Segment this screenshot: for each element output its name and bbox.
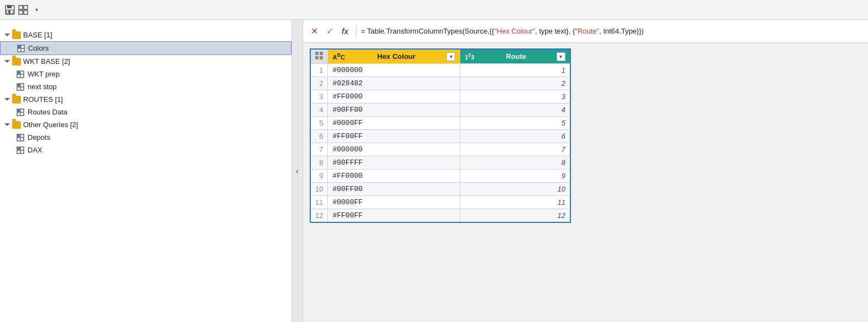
sidebar-item-label: Depots (28, 133, 50, 141)
row-number: 2 (310, 77, 328, 90)
cell-route: 9 (460, 170, 570, 183)
sidebar-item-wktprep[interactable]: WKT prep (0, 68, 292, 80)
svg-rect-7 (24, 10, 28, 14)
row-number: 6 (310, 130, 328, 143)
table-icon (17, 45, 25, 52)
group-label: BASE [1] (23, 31, 52, 39)
fx-button[interactable]: fx (338, 25, 352, 38)
sidebar-group-header[interactable]: Other Queries [2] (0, 118, 292, 131)
col-route-dropdown[interactable]: ▾ (557, 52, 565, 61)
table-row: 5#0000FF5 (310, 117, 570, 130)
sidebar-group-header[interactable]: ROUTES [1] (0, 93, 292, 106)
cell-route: 11 (460, 196, 570, 209)
content-area: ✕ ✓ fx = Table.TransformColumnTypes(Sour… (303, 20, 868, 322)
sidebar-group-base[1]: BASE [1]Colors (0, 29, 292, 55)
row-number: 3 (310, 90, 328, 103)
svg-rect-1 (7, 6, 12, 8)
cell-route: 10 (460, 183, 570, 196)
cell-hex: #000000 (328, 143, 460, 156)
svg-rect-6 (19, 10, 23, 14)
cell-hex: #0000FF (328, 117, 460, 130)
sidebar-item-dax[interactable]: DAX (0, 144, 292, 156)
sidebar-item-nextstop[interactable]: next stop (0, 80, 292, 93)
table-row: 2#0284822 (310, 77, 570, 90)
cell-route: 7 (460, 143, 570, 156)
cell-route: 2 (460, 77, 570, 90)
table-corner[interactable] (310, 49, 328, 64)
sidebar-group-header[interactable]: BASE [1] (0, 29, 292, 41)
table-row: 7#0000007 (310, 143, 570, 156)
sidebar-group-routes[1]: ROUTES [1]Routes Data (0, 93, 292, 118)
folder-icon (12, 58, 21, 66)
sidebar-title (0, 20, 292, 29)
cell-hex: #00FF00 (328, 103, 460, 117)
folder-icon (12, 96, 21, 103)
cell-route: 6 (460, 130, 570, 143)
table-row: 3#FF00003 (310, 90, 570, 103)
svg-rect-11 (320, 56, 323, 59)
sidebar: BASE [1]ColorsWKT BASE [2]WKT prepnext s… (0, 20, 292, 322)
collapse-sidebar-button[interactable]: ‹ (292, 20, 303, 322)
cell-hex: #0000FF (328, 196, 460, 209)
table-row: 10#00FF0010 (310, 183, 570, 196)
table-body: 1#00000012#02848223#FF000034#00FF0045#00… (310, 64, 570, 223)
table-icon (17, 70, 24, 78)
table-row: 6#FF00FF6 (310, 130, 570, 143)
cell-hex: #000000 (328, 64, 460, 77)
svg-rect-8 (315, 52, 319, 55)
table-row: 11#0000FF11 (310, 196, 570, 209)
cell-route: 12 (460, 209, 570, 223)
col-hex-type-icon: ABC (332, 52, 344, 61)
formula-buttons: ✕ ✓ fx (308, 25, 352, 38)
table-row: 1#0000001 (310, 64, 570, 77)
svg-rect-9 (320, 52, 323, 55)
sidebar-item-label: next stop (28, 83, 57, 91)
row-number: 7 (310, 143, 328, 156)
sidebar-item-label: DAX (28, 146, 42, 154)
cell-hex: #FF0000 (328, 90, 460, 103)
folder-icon (12, 31, 21, 39)
toolbar: ▾ (0, 0, 868, 20)
sidebar-item-routesdata[interactable]: Routes Data (0, 106, 292, 118)
col-hex-label: Hex Colour (378, 52, 416, 61)
table-icon (17, 146, 24, 154)
col-header-hex: ABC Hex Colour ▾ (328, 49, 460, 64)
grid-icon[interactable] (18, 4, 29, 15)
svg-rect-5 (24, 6, 28, 9)
sidebar-item-label: Routes Data (28, 108, 67, 116)
expand-triangle-icon (4, 98, 10, 101)
expand-triangle-icon (4, 123, 10, 126)
sidebar-group-header[interactable]: WKT BASE [2] (0, 55, 292, 68)
group-label: WKT BASE [2] (23, 57, 70, 66)
confirm-button[interactable]: ✓ (323, 25, 336, 38)
save-icon[interactable] (4, 4, 15, 15)
cell-hex: #FF00FF (328, 209, 460, 223)
sidebar-item-colors[interactable]: Colors (0, 41, 292, 55)
group-label: ROUTES [1] (23, 95, 63, 103)
cell-route: 5 (460, 117, 570, 130)
row-number: 12 (310, 209, 328, 223)
sidebar-item-depots[interactable]: Depots (0, 131, 292, 144)
toolbar-dropdown-icon[interactable]: ▾ (31, 4, 42, 15)
table-row: 8#00FFFF8 (310, 156, 570, 170)
row-number: 8 (310, 156, 328, 170)
formula-separator (356, 25, 357, 38)
cell-route: 8 (460, 156, 570, 170)
cell-route: 1 (460, 64, 570, 77)
cancel-button[interactable]: ✕ (308, 25, 321, 38)
cell-route: 4 (460, 103, 570, 117)
formula-text: = Table.TransformColumnTypes(Source,{{"H… (361, 27, 644, 35)
data-table: ABC Hex Colour ▾ 123 Route ▾ (310, 48, 571, 223)
table-row: 9#FF00009 (310, 170, 570, 183)
row-number: 1 (310, 64, 328, 77)
row-number: 5 (310, 117, 328, 130)
sidebar-item-label: Colors (28, 44, 49, 52)
col-hex-dropdown[interactable]: ▾ (446, 52, 455, 61)
formula-bar: ✕ ✓ fx = Table.TransformColumnTypes(Sour… (303, 20, 868, 43)
table-icon (17, 108, 24, 116)
table-row: 4#00FF004 (310, 103, 570, 117)
table-icon (17, 83, 24, 91)
row-number: 10 (310, 183, 328, 196)
sidebar-group-wktbase[2]: WKT BASE [2]WKT prepnext stop (0, 55, 292, 93)
expand-triangle-icon (4, 60, 10, 63)
